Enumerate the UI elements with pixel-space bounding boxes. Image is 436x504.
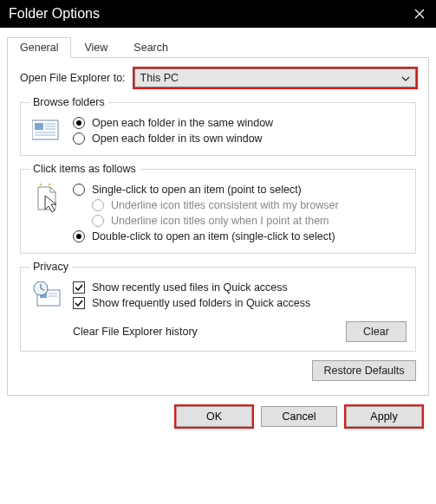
window-title: Folder Options: [9, 6, 100, 22]
tab-search-label: Search: [133, 42, 168, 54]
tab-general-label: General: [20, 42, 58, 54]
radio-own-window[interactable]: [73, 132, 85, 145]
browse-folders-legend: Browse folders: [29, 96, 108, 108]
close-icon[interactable]: [412, 6, 427, 22]
restore-defaults-button[interactable]: Restore Defaults: [312, 360, 416, 381]
radio-same-window[interactable]: [73, 117, 85, 129]
radio-own-window-label: Open each folder in its own window: [92, 132, 263, 145]
tabstrip: General View Search: [0, 28, 436, 57]
fieldset-browse-folders: Browse folders Open each folder in the s…: [20, 96, 416, 156]
svg-line-7: [39, 184, 42, 185]
radio-double-click[interactable]: [73, 230, 85, 242]
fieldset-privacy: Privacy Show recently used files in: [20, 261, 416, 352]
svg-line-9: [49, 184, 51, 185]
radio-underline-point: [92, 215, 104, 227]
cursor-click-icon: [29, 182, 64, 215]
clear-button[interactable]: Clear: [346, 321, 407, 342]
footer-buttons: OK Cancel Apply: [0, 396, 436, 427]
checkbox-freq-folders-label: Show frequently used folders in Quick ac…: [92, 297, 310, 309]
ok-button[interactable]: OK: [176, 406, 252, 427]
radio-underline-browser: [92, 199, 104, 211]
tab-search[interactable]: Search: [120, 37, 181, 58]
open-explorer-dropdown[interactable]: This PC: [134, 68, 416, 87]
apply-button[interactable]: Apply: [346, 406, 422, 427]
tab-general[interactable]: General: [7, 37, 71, 58]
privacy-legend: Privacy: [29, 261, 72, 273]
click-items-legend: Click items as follows: [29, 163, 140, 175]
radio-underline-browser-label: Underline icon titles consistent with my…: [111, 199, 339, 211]
radio-same-window-label: Open each folder in the same window: [92, 117, 273, 129]
radio-single-click-label: Single-click to open an item (point to s…: [92, 184, 302, 196]
open-explorer-label: Open File Explorer to:: [20, 72, 126, 84]
radio-single-click[interactable]: [73, 184, 85, 196]
cancel-button[interactable]: Cancel: [261, 406, 337, 427]
tab-page-general: Open File Explorer to: This PC Browse fo…: [7, 57, 429, 396]
radio-underline-point-label: Underline icon titles only when I point …: [111, 215, 329, 227]
chevron-down-icon: [401, 72, 410, 84]
tab-view[interactable]: View: [71, 37, 120, 58]
titlebar: Folder Options: [0, 0, 436, 28]
radio-double-click-label: Double-click to open an item (single-cli…: [92, 230, 335, 242]
checkbox-freq-folders[interactable]: [73, 297, 85, 309]
fieldset-click-items: Click items as follows Single-click to o…: [20, 163, 416, 254]
clear-history-label: Clear File Explorer history: [73, 326, 198, 338]
tab-view-label: View: [84, 42, 107, 54]
svg-rect-1: [35, 123, 43, 130]
folder-window-icon: [29, 115, 64, 141]
checkbox-recent-files[interactable]: [73, 281, 85, 294]
history-clock-icon: [29, 280, 64, 307]
checkbox-recent-files-label: Show recently used files in Quick access: [92, 281, 288, 294]
open-explorer-value: This PC: [140, 72, 179, 84]
